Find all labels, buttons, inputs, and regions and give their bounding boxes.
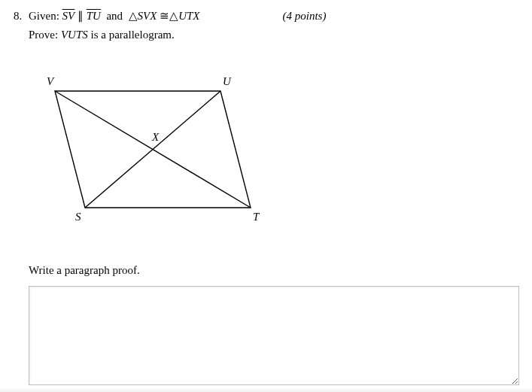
given-row: 8. Given: SV ∥ TU and △SVX ≅△UTX (4 poin…: [14, 9, 518, 23]
problem-number: 8.: [14, 10, 29, 23]
prove-row: Prove: VUTS is a parallelogram.: [29, 29, 518, 41]
bottom-shadow: [0, 387, 532, 392]
proof-textarea[interactable]: [29, 286, 519, 385]
parallel-symbol: ∥: [78, 10, 84, 22]
and-word: and: [106, 10, 123, 22]
vertex-s-label: S: [75, 211, 81, 223]
congruent-symbol: ≅: [160, 10, 169, 22]
vertex-u-label: U: [223, 75, 232, 87]
triangle-svx: SVX: [138, 10, 157, 22]
triangle-symbol-1: △: [129, 10, 138, 22]
segment-tu: TU: [87, 10, 101, 22]
svg-line-2: [85, 91, 220, 208]
given-label: Given:: [29, 10, 59, 22]
given-statement: Given: SV ∥ TU and △SVX ≅△UTX: [29, 9, 200, 23]
prove-rest: is a parallelogram.: [91, 29, 175, 41]
answer-area: [29, 286, 518, 388]
segment-sv: SV: [62, 10, 75, 22]
prove-quad: VUTS: [61, 29, 88, 41]
instruction-text: Write a paragraph proof.: [29, 264, 518, 277]
vertex-v-label: V: [47, 75, 55, 87]
parallelogram-figure: V U S T X: [29, 68, 518, 229]
triangle-symbol-2: △: [169, 10, 178, 22]
page: 8. Given: SV ∥ TU and △SVX ≅△UTX (4 poin…: [0, 0, 532, 392]
triangle-utx: UTX: [178, 10, 199, 22]
points-label: (4 points): [283, 10, 327, 23]
figure-svg: V U S T X: [29, 68, 269, 226]
vertex-t-label: T: [253, 211, 260, 223]
vertex-x-label: X: [151, 131, 160, 143]
prove-label: Prove:: [29, 29, 58, 41]
